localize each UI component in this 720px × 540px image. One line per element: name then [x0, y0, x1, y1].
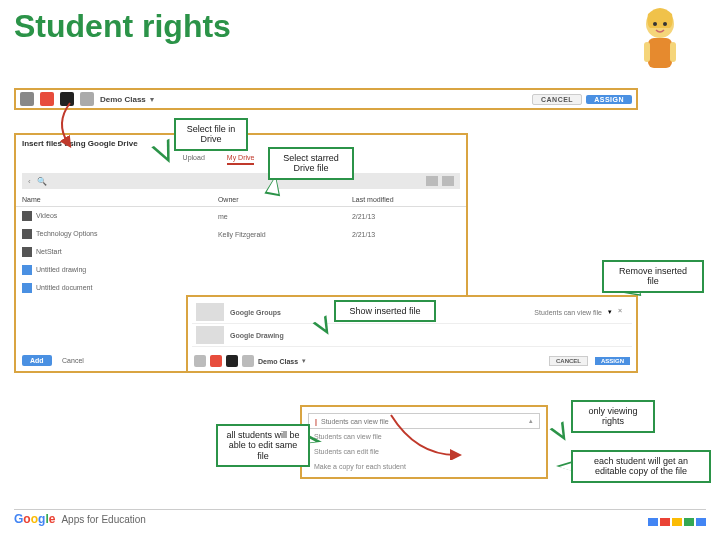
cancel-button[interactable]: CANCEL: [549, 356, 588, 366]
permission-dropdown[interactable]: Students can view file: [534, 309, 602, 316]
folder-icon: [22, 247, 32, 257]
svg-rect-4: [644, 42, 650, 62]
avatar: [630, 4, 690, 78]
picker-cancel-button[interactable]: Cancel: [62, 357, 84, 364]
close-icon[interactable]: ×: [618, 307, 628, 317]
page-title: Student rights: [14, 8, 231, 45]
folder-icon: [22, 211, 32, 221]
grid-view-icon[interactable]: [426, 176, 438, 186]
table-row[interactable]: Videosme2/21/13: [16, 207, 466, 226]
document-icon: [22, 283, 32, 293]
dropdown-option-copy[interactable]: Make a copy for each student: [308, 459, 540, 474]
dropdown-current-label: Students can view file: [321, 418, 389, 425]
class-label[interactable]: Demo Class: [100, 95, 146, 104]
assign-button[interactable]: ASSIGN: [586, 95, 632, 104]
link-icon[interactable]: [242, 355, 254, 367]
chevron-down-icon[interactable]: ▾: [150, 95, 154, 104]
svg-point-1: [653, 22, 657, 26]
chevron-down-icon[interactable]: ▾: [608, 308, 612, 316]
class-label[interactable]: Demo Class: [258, 358, 298, 365]
svg-rect-5: [670, 42, 676, 62]
attachment-name: Google Groups: [230, 309, 281, 316]
footer-divider: [14, 509, 706, 510]
file-table: Name Owner Last modified Videosme2/21/13…: [16, 193, 466, 297]
col-modified: Last modified: [346, 193, 466, 207]
arrow-icon: [386, 410, 466, 460]
add-button[interactable]: Add: [22, 355, 52, 366]
chevron-down-icon: ▴: [529, 417, 533, 425]
picker-tabs: Upload My Drive Starred: [16, 152, 466, 169]
attachment-toolbar: Demo Class ▾ CANCEL ASSIGN: [192, 353, 632, 369]
thumbnail-icon: [196, 326, 224, 344]
attachment-name: Google Drawing: [230, 332, 284, 339]
arrow-icon: [50, 98, 80, 148]
col-name: Name: [16, 193, 212, 207]
picker-search-bar: ‹ 🔍: [22, 173, 460, 189]
attach-icon[interactable]: [194, 355, 206, 367]
callout-each-copy: each student will get an editable copy o…: [571, 450, 711, 483]
callout-select-starred: Select starred Drive file: [268, 147, 354, 180]
tab-my-drive[interactable]: My Drive: [227, 154, 255, 165]
attachment-row: Google Drawing: [192, 324, 632, 347]
youtube-icon[interactable]: [226, 355, 238, 367]
drawing-icon: [22, 265, 32, 275]
svg-point-2: [663, 22, 667, 26]
thumbnail-icon: [196, 303, 224, 321]
google-logo: Google: [14, 512, 55, 526]
tab-upload[interactable]: Upload: [183, 154, 205, 165]
callout-view-only: only viewing rights: [571, 400, 655, 433]
callout-show-file: Show inserted file: [334, 300, 436, 322]
back-icon[interactable]: ‹: [28, 177, 31, 186]
search-icon[interactable]: 🔍: [37, 177, 47, 186]
callout-all-edit: all students will be able to edit same f…: [216, 424, 310, 467]
table-row[interactable]: Technology OptionsKelly Fitzgerald2/21/1…: [16, 225, 466, 243]
footer-color-bars: [648, 518, 706, 526]
footer-logo: Google Apps for Education: [14, 512, 146, 526]
cancel-button[interactable]: CANCEL: [532, 94, 582, 105]
attach-icon[interactable]: [20, 92, 34, 106]
chevron-down-icon[interactable]: ▾: [302, 357, 306, 365]
assignment-toolbar: Demo Class ▾ CANCEL ASSIGN: [14, 88, 638, 110]
callout-remove-file: Remove inserted file: [602, 260, 704, 293]
svg-rect-3: [648, 38, 672, 68]
link-icon[interactable]: [80, 92, 94, 106]
callout-tail: [550, 421, 573, 445]
assign-button[interactable]: ASSIGN: [595, 357, 630, 365]
table-row[interactable]: NetStart: [16, 243, 466, 261]
table-row[interactable]: Untitled drawing: [16, 261, 466, 279]
footer-apps-label: Apps for Education: [61, 514, 146, 525]
folder-icon: [22, 229, 32, 239]
callout-select-file: Select file in Drive: [174, 118, 248, 151]
list-view-icon[interactable]: [442, 176, 454, 186]
drive-icon[interactable]: [210, 355, 222, 367]
